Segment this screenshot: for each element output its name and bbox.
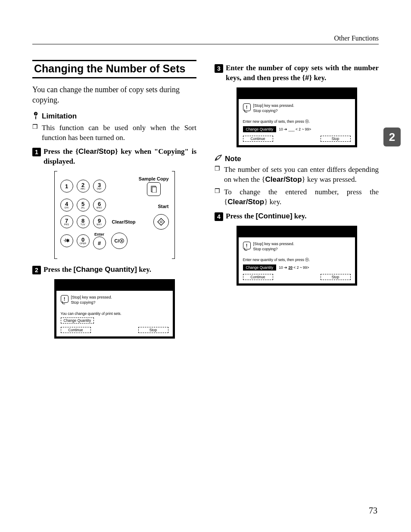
lcd-line: [Stop] key was pressed.	[253, 242, 295, 247]
start-icon	[153, 214, 169, 230]
limitation-icon: ?	[32, 112, 39, 121]
keypad-key: 5JKL	[77, 199, 90, 212]
keypad-key: 9WXY	[93, 215, 106, 228]
step-number-badge: 4	[215, 212, 223, 221]
note-icon	[215, 154, 222, 163]
svg-text:?: ?	[35, 112, 37, 115]
step-number-badge: 3	[215, 64, 223, 73]
sample-copy-icon	[147, 182, 161, 196]
lcd-line: [Stop] key was pressed.	[71, 295, 112, 300]
continue-button[interactable]: Continue	[61, 327, 91, 333]
step2-post: key.	[137, 265, 151, 274]
keypad-key: #	[93, 236, 106, 249]
svg-rect-2	[35, 116, 36, 118]
step-number-badge: 1	[32, 148, 41, 156]
keypad-key: 8TUV	[77, 215, 90, 228]
note-heading: Note	[215, 154, 379, 163]
lcd-subtext: Enter new quantity of sets, then press Ⓗ…	[243, 258, 351, 263]
step1-key: Clear/Stop	[78, 147, 115, 156]
step3-post: key.	[312, 74, 326, 82]
lcd-screen-3: ! [Stop] key was pressed. Stop copying? …	[237, 87, 357, 147]
step3-key: #	[305, 74, 309, 82]
step4-post: key.	[293, 212, 307, 220]
lcd-line: Stop copying?	[253, 109, 295, 114]
keypad-key: 1	[60, 180, 73, 193]
limitation-heading: ? Limitation	[32, 112, 196, 121]
limitation-label: Limitation	[42, 112, 77, 121]
lcd-subtext: You can change quantity of print sets.	[61, 311, 168, 316]
continue-button[interactable]: Continue	[243, 274, 273, 280]
page-header: Other Functions	[32, 34, 379, 44]
svg-point-3	[35, 118, 36, 119]
step-number-badge: 2	[32, 266, 41, 274]
lcd-subtext: Enter new quantity of sets, then press Ⓗ…	[243, 119, 351, 124]
keypad-key: 6MNO	[93, 199, 106, 212]
alert-icon: !	[61, 295, 68, 303]
change-quantity-button[interactable]: Change Quantity	[243, 126, 277, 132]
limitation-item: This function can be used only when the …	[32, 123, 196, 143]
step2-btn: [Change Quantity]	[74, 265, 137, 274]
lcd-qty-value: 10 ➔ 20 < 2 ~ 99>	[279, 265, 309, 270]
alert-icon: !	[243, 242, 251, 249]
stop-button[interactable]: Stop	[321, 274, 351, 280]
note-label: Note	[225, 155, 241, 163]
keypad-key: 7PRS	[60, 215, 73, 228]
keypad-key: 0OPER	[77, 234, 90, 247]
continue-button[interactable]: Continue	[243, 136, 273, 142]
step2-pre: Press the	[44, 265, 74, 274]
change-quantity-button[interactable]: Change Quantity	[243, 264, 277, 271]
note-item: To change the entered number, press the …	[215, 187, 379, 207]
keypad-key: 3DEF	[93, 180, 106, 193]
svg-point-6	[160, 221, 162, 223]
step4-pre: Press the	[226, 212, 256, 220]
change-quantity-button[interactable]: Change Quantity	[61, 317, 94, 324]
intro-text: You can change the number of copy sets d…	[32, 84, 196, 106]
keypad-diagram: 1 2ABC 3DEF Sample Copy 4GHI 5JKL 6MNO	[54, 171, 175, 259]
step3-text: Enter the number of copy sets with the n…	[226, 64, 379, 82]
lcd-screen-4: ! [Stop] key was pressed. Stop copying? …	[237, 226, 357, 286]
step-3: 3 Enter the number of copy sets with the…	[215, 63, 379, 83]
chapter-tab: 2	[383, 128, 401, 146]
start-label: Start	[158, 204, 168, 209]
keypad-key: 2ABC	[77, 180, 90, 193]
step4-btn: [Continue]	[256, 212, 293, 220]
step-2: 2 Press the [Change Quantity] key.	[32, 265, 196, 275]
lcd-screen-2: ! [Stop] key was pressed. Stop copying? …	[54, 279, 175, 338]
sample-copy-label: Sample Copy	[139, 176, 169, 181]
keypad-key: 4GHI	[60, 199, 73, 212]
alert-icon: !	[243, 103, 251, 111]
section-title: Changing the Number of Sets	[32, 60, 196, 78]
stop-button[interactable]: Stop	[321, 136, 351, 142]
enter-label: Enter	[94, 232, 104, 236]
stop-button[interactable]: Stop	[138, 327, 168, 333]
lcd-line: Stop copying?	[253, 247, 295, 252]
clearstop-icon: C/ⓧ	[111, 233, 128, 249]
lcd-qty-value: 10 ➔ ___ < 2 ~ 99>	[279, 127, 311, 131]
svg-rect-5	[152, 187, 156, 193]
step1-pre: Press the	[44, 147, 75, 156]
clearstop-label: Clear/Stop	[112, 219, 136, 224]
lcd-line: Stop copying?	[71, 300, 112, 305]
keypad-key: ·/✱	[60, 234, 73, 247]
page-number: 73	[369, 506, 377, 516]
step-1: 1 Press the {Clear/Stop} key when "Copyi…	[32, 147, 196, 167]
step-4: 4 Press the [Continue] key.	[215, 212, 379, 221]
note-item: The number of sets you can enter differs…	[215, 165, 379, 185]
lcd-line: [Stop] key was pressed.	[253, 103, 295, 109]
